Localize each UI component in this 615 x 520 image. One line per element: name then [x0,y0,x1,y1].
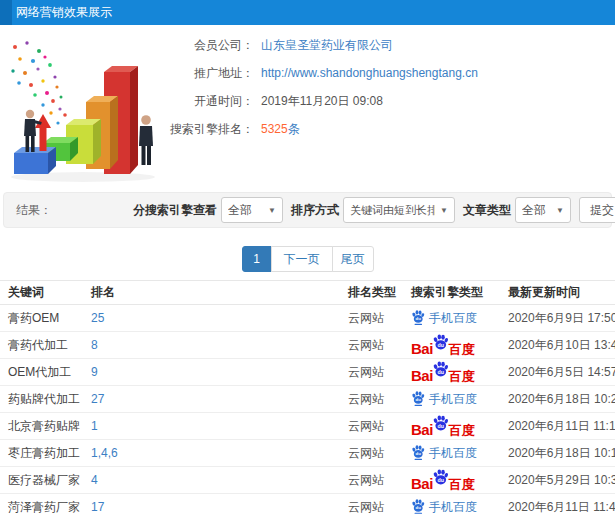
svg-text:du: du [416,451,422,456]
mobile-baidu-label: 手机百度 [429,391,477,408]
updated-cell: 2020年6月10日 13:40 [500,337,615,354]
svg-text:du: du [416,505,422,510]
article-type-label: 文章类型 [463,202,511,219]
rank-link[interactable]: 8 [91,338,98,352]
baidu-paw-icon: du [411,390,425,409]
rank-cell: 4 [83,473,340,487]
engine-type-cell: du 手机百度 [403,390,500,409]
mobile-baidu-logo[interactable]: du 手机百度 [411,309,477,328]
info-row-url: 推广地址： http://www.shandonghuangshengtang.… [168,59,478,87]
page-title: 网络营销效果展示 [16,0,112,25]
table-row: 菏泽膏药厂家17云网站 du 手机百度2020年6月11日 11:40 [0,494,615,520]
rank-cell: 1 [83,419,340,433]
table-row: 膏药代加工8云网站 Bai du 百度2020年6月10日 13:40 [0,332,615,359]
mobile-baidu-label: 手机百度 [429,499,477,516]
table-row: 药贴牌代加工27云网站 du 手机百度2020年6月18日 10:25 [0,386,615,413]
engine-type-cell: du 手机百度 [403,498,500,517]
rank-link[interactable]: 17 [91,500,104,514]
baidu-logo-cn: 百度 [449,478,475,491]
article-type-select[interactable]: 全部 ▼ [515,197,571,223]
rank-link[interactable]: 1 [91,419,98,433]
keyword-cell: 药贴牌代加工 [0,391,83,408]
submit-button[interactable]: 提交 [579,197,615,223]
baidu-logo-bai: Bai [411,368,433,383]
promo-url-label: 推广地址： [168,65,254,82]
keyword-cell: 北京膏药贴牌 [0,418,83,435]
company-link[interactable]: 山东皇圣堂药业有限公司 [261,37,393,54]
rank-cell: 27 [83,392,340,406]
baidu-logo-cn: 百度 [449,343,475,356]
rank-type-cell: 云网站 [340,391,403,408]
baidu-logo-cn: 百度 [449,424,475,437]
table-header: 关键词 排名 排名类型 搜索引擎类型 最新更新时间 [0,280,615,305]
keyword-cell: 菏泽膏药厂家 [0,499,83,516]
table-row: 北京膏药贴牌1云网站 Bai du 百度2020年6月11日 11:18 [0,413,615,440]
rank-count-label: 搜索引擎排名： [168,121,254,138]
mobile-baidu-label: 手机百度 [429,310,477,327]
rank-link[interactable]: 1,4,6 [91,446,118,460]
confetti-dots [11,41,67,124]
baidu-logo-cn: 百度 [449,370,475,383]
info-row-company: 会员公司： 山东皇圣堂药业有限公司 [168,31,478,59]
engine-type-cell: Bai du 百度 [403,468,500,492]
rank-type-cell: 云网站 [340,472,403,489]
baidu-logo-bai: Bai [411,476,433,491]
rank-link[interactable]: 25 [91,311,104,325]
svg-text:du: du [437,342,443,348]
baidu-paw-icon: du [433,333,448,356]
rank-link[interactable]: 27 [91,392,104,406]
engine-filter-select[interactable]: 全部 ▼ [221,197,283,223]
keyword-cell: 膏药OEM [0,310,83,327]
open-time-value: 2019年11月20日 09:08 [261,93,383,110]
baidu-logo[interactable]: Bai du 百度 [411,360,475,383]
table-body: 膏药OEM25云网站 du 手机百度2020年6月9日 17:50膏药代加工8云… [0,305,615,520]
info-row-open-time: 开通时间： 2019年11月20日 09:08 [168,87,478,115]
bar-chart-illustration [5,35,180,185]
table-row: 膏药OEM25云网站 du 手机百度2020年6月9日 17:50 [0,305,615,332]
rank-cell: 8 [83,338,340,352]
pagination: 1 下一页 尾页 [0,246,615,272]
baidu-logo-bai: Bai [411,422,433,437]
promo-url-link[interactable]: http://www.shandonghuangshengtang.cn [261,66,478,80]
updated-cell: 2020年6月18日 10:19 [500,445,615,462]
last-page-button[interactable]: 尾页 [332,246,374,272]
mobile-baidu-label: 手机百度 [429,445,477,462]
sort-select[interactable]: 关键词由短到长排序 ▼ [343,197,455,223]
engine-filter-label: 分搜索引擎查看 [133,202,217,219]
rank-link[interactable]: 9 [91,365,98,379]
article-type-value: 全部 [522,202,546,219]
sort-value: 关键词由短到长排序 [350,203,435,218]
baidu-paw-icon: du [411,498,425,517]
filter-bar: 结果： 分搜索引擎查看 全部 ▼ 排序方式 关键词由短到长排序 ▼ 文章类型 全… [3,192,612,228]
svg-text:du: du [437,477,443,483]
mobile-baidu-logo[interactable]: du 手机百度 [411,444,477,463]
keyword-cell: 膏药代加工 [0,337,83,354]
baidu-logo[interactable]: Bai du 百度 [411,468,475,491]
rank-type-cell: 云网站 [340,310,403,327]
keyword-cell: 枣庄膏药加工 [0,445,83,462]
col-rank-type: 排名类型 [340,284,403,301]
baidu-logo[interactable]: Bai du 百度 [411,333,475,356]
mobile-baidu-logo[interactable]: du 手机百度 [411,498,477,517]
rank-cell: 1,4,6 [83,446,340,460]
rank-link[interactable]: 4 [91,473,98,487]
baidu-logo[interactable]: Bai du 百度 [411,414,475,437]
baidu-paw-icon: du [433,414,448,437]
table-row: OEM代加工9云网站 Bai du 百度2020年6月5日 14:57 [0,359,615,386]
updated-cell: 2020年6月11日 11:18 [500,418,615,435]
title-bar: 网络营销效果展示 [0,0,615,25]
title-bar-accent [0,0,12,25]
keyword-cell: 医疗器械厂家 [0,472,83,489]
page-1-button[interactable]: 1 [242,246,272,272]
rank-count-unit: 条 [288,122,300,136]
rank-type-cell: 云网站 [340,418,403,435]
company-label: 会员公司： [168,37,254,54]
result-label: 结果： [16,193,52,227]
engine-type-cell: Bai du 百度 [403,414,500,438]
baidu-paw-icon: du [433,468,448,491]
next-page-button[interactable]: 下一页 [271,246,333,272]
mobile-baidu-logo[interactable]: du 手机百度 [411,390,477,409]
info-section: 会员公司： 山东皇圣堂药业有限公司 推广地址： http://www.shand… [0,25,615,192]
engine-type-cell: du 手机百度 [403,444,500,463]
col-updated: 最新更新时间 [500,284,615,301]
